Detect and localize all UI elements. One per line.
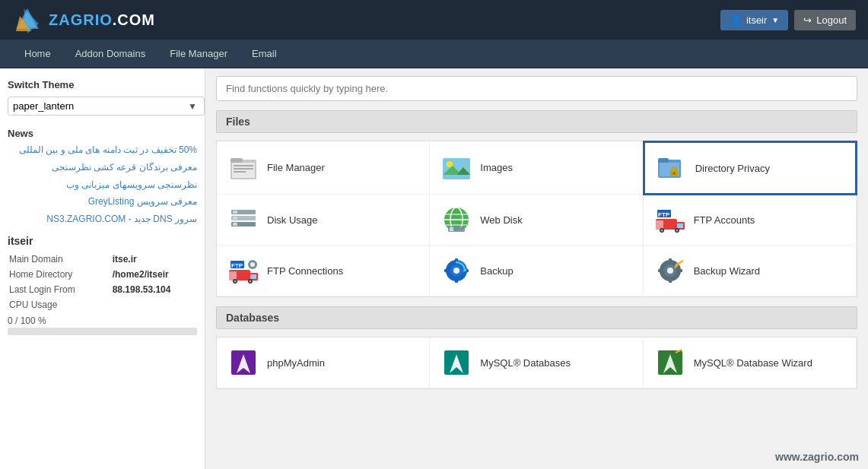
info-value: 88.198.53.104 — [111, 282, 197, 297]
svg-text:FTP: FTP — [658, 211, 670, 218]
table-row: Main Domain itse.ir — [8, 252, 197, 267]
user-button[interactable]: 👤 itseir ▼ — [720, 10, 788, 30]
user-icon: 👤 — [730, 14, 742, 26]
backup-wizard-icon — [654, 255, 686, 287]
mysql-database-wizard-label: MySQL® Database Wizard — [694, 357, 812, 369]
user-label: itseir — [746, 14, 767, 26]
phpmyadmin-item[interactable]: phpMyAdmin — [217, 337, 430, 388]
svg-rect-36 — [677, 223, 683, 228]
header-right: 👤 itseir ▼ ↪ Logout — [720, 10, 856, 30]
file-manager-item[interactable]: File Manager — [217, 141, 430, 195]
file-manager-label: File Manager — [267, 162, 325, 173]
mysql-databases-item[interactable]: MySQL® Databases — [430, 337, 643, 388]
info-key: Main Domain — [8, 252, 111, 267]
navbar: Home Addon Domains File Manager Email — [0, 40, 868, 68]
svg-point-38 — [660, 230, 663, 232]
watermark: www.zagrio.com — [775, 451, 859, 463]
backup-wizard-item[interactable]: Backup Wizard — [644, 246, 857, 296]
logout-icon: ↪ — [803, 14, 812, 26]
svg-rect-24 — [233, 217, 237, 220]
directory-privacy-label: Directory Privacy — [695, 163, 770, 174]
news-item[interactable]: معرفی برندگان قرعه کشی نظرسنجی — [8, 161, 197, 174]
cpu-bar-label: 0 / 100 % — [8, 315, 197, 326]
directory-privacy-item[interactable]: Directory Privacy — [643, 141, 857, 195]
svg-rect-59 — [455, 278, 458, 283]
backup-item[interactable]: Backup — [430, 246, 643, 296]
news-item[interactable]: نظرسنجی سرویسهای میزبانی وب — [8, 179, 197, 192]
news-item[interactable]: سرور DNS جدید - NS3.ZAGRIO.COM — [8, 213, 197, 226]
info-value: itse.ir — [111, 252, 197, 267]
sidebar: Switch Theme paper_lantern ▼ News 50% تخ… — [0, 68, 205, 469]
info-value — [111, 297, 197, 312]
mysql-databases-label: MySQL® Databases — [480, 357, 571, 369]
user-section-title: itseir — [8, 235, 197, 247]
switch-theme-label: Switch Theme — [8, 79, 197, 90]
logo-icon — [12, 5, 43, 35]
svg-point-54 — [250, 262, 255, 267]
info-key: CPU Usage — [8, 297, 111, 312]
mysql-database-wizard-item[interactable]: MySQL® Database Wizard — [644, 337, 857, 388]
directory-privacy-icon — [656, 152, 688, 184]
theme-select-wrap: paper_lantern ▼ — [8, 97, 197, 116]
disk-usage-label: Disk Usage — [267, 214, 317, 226]
info-table: Main Domain itse.ir Home Directory /home… — [8, 252, 197, 312]
svg-rect-69 — [678, 269, 682, 272]
nav-item-addon-domains[interactable]: Addon Domains — [63, 40, 158, 68]
info-key: Last Login From — [8, 282, 111, 297]
svg-rect-23 — [233, 211, 237, 214]
header: ZAGRIO.COM 👤 itseir ▼ ↪ Logout — [0, 0, 868, 40]
svg-rect-46 — [250, 274, 256, 279]
files-grid: File Manager Images — [216, 141, 857, 297]
nav-item-email[interactable]: Email — [240, 40, 289, 68]
cpu-bar-wrap: 0 / 100 % — [8, 315, 197, 335]
svg-text:FTP: FTP — [231, 262, 243, 269]
info-value: /home2/itseir — [111, 267, 197, 282]
files-section-header: Files — [216, 110, 857, 133]
caret-icon: ▼ — [771, 16, 779, 24]
mysql-database-wizard-icon — [654, 347, 686, 379]
file-manager-icon — [227, 152, 259, 184]
databases-grid: phpMyAdmin MySQL® Databases — [216, 337, 857, 389]
backup-wizard-label: Backup Wizard — [694, 265, 760, 277]
svg-rect-6 — [231, 158, 243, 163]
info-key: Home Directory — [8, 267, 111, 282]
svg-rect-10 — [234, 171, 246, 173]
svg-rect-25 — [233, 223, 237, 226]
nav-item-file-manager[interactable]: File Manager — [157, 40, 240, 68]
logo: ZAGRIO.COM — [12, 5, 155, 35]
backup-icon — [440, 255, 472, 287]
svg-rect-67 — [669, 278, 672, 283]
svg-rect-68 — [658, 269, 663, 272]
svg-rect-32 — [450, 227, 453, 231]
svg-rect-60 — [444, 269, 449, 272]
svg-rect-11 — [443, 158, 470, 179]
web-disk-item[interactable]: Web Disk — [430, 195, 643, 246]
svg-point-19 — [672, 173, 675, 175]
cpu-bar-background — [8, 328, 197, 335]
svg-rect-66 — [669, 258, 672, 263]
svg-point-65 — [667, 268, 673, 274]
phpmyadmin-icon — [227, 347, 259, 379]
images-icon — [440, 152, 472, 184]
svg-point-48 — [234, 280, 237, 283]
logo-text: ZAGRIO.COM — [49, 11, 155, 29]
theme-select[interactable]: paper_lantern — [8, 97, 205, 116]
logout-button[interactable]: ↪ Logout — [794, 10, 856, 30]
images-item[interactable]: Images — [430, 141, 643, 195]
news-item[interactable]: 50% تخفیف در ثبت دامنه های ملی و بین الم… — [8, 144, 197, 157]
svg-point-57 — [453, 268, 459, 274]
phpmyadmin-label: phpMyAdmin — [267, 357, 325, 369]
main-layout: Switch Theme paper_lantern ▼ News 50% تخ… — [0, 68, 868, 469]
ftp-accounts-label: FTP Accounts — [694, 214, 755, 226]
disk-usage-item[interactable]: Disk Usage — [217, 195, 430, 246]
ftp-connections-item[interactable]: FTP FTP Connections — [217, 246, 430, 296]
nav-item-home[interactable]: Home — [12, 40, 63, 68]
databases-section-header: Databases — [216, 306, 857, 329]
logout-label: Logout — [816, 14, 847, 26]
ftp-accounts-icon: FTP — [654, 204, 686, 236]
table-row: Last Login From 88.198.53.104 — [8, 282, 197, 297]
search-input[interactable] — [216, 76, 857, 101]
news-item[interactable]: معرفی سرویس GreyListing — [8, 195, 197, 208]
ftp-accounts-item[interactable]: FTP FTP Accounts — [644, 195, 857, 246]
table-row: Home Directory /home2/itseir — [8, 267, 197, 282]
